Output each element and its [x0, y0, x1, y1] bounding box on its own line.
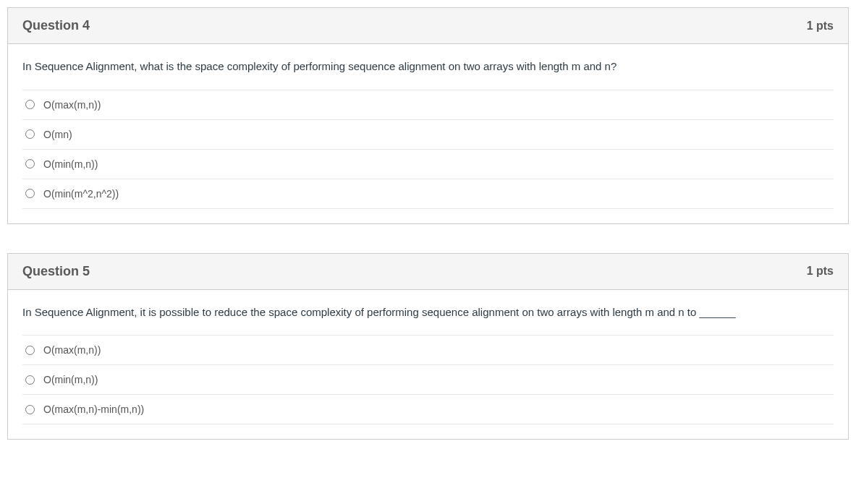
- option-label: O(max(m,n)-min(m,n)): [43, 403, 144, 415]
- options-list: O(max(m,n)) O(min(m,n)) O(max(m,n)-min(m…: [22, 335, 834, 424]
- option-radio[interactable]: [25, 189, 35, 198]
- question-prompt: In Sequence Alignment, what is the space…: [22, 59, 834, 75]
- option-row[interactable]: O(max(m,n)): [22, 90, 834, 119]
- question-points: 1 pts: [807, 20, 834, 33]
- option-label: O(max(m,n)): [43, 99, 101, 111]
- option-row[interactable]: O(max(m,n)): [22, 335, 834, 364]
- question-body: In Sequence Alignment, what is the space…: [8, 44, 848, 223]
- question-prompt: In Sequence Alignment, it is possible to…: [22, 304, 834, 321]
- option-radio[interactable]: [25, 159, 35, 168]
- question-points: 1 pts: [807, 265, 834, 278]
- option-label: O(max(m,n)): [43, 344, 101, 356]
- question-title: Question 5: [22, 264, 90, 279]
- question-title: Question 4: [22, 18, 90, 33]
- options-list: O(max(m,n)) O(mn) O(min(m,n)) O(min(m^2,…: [22, 90, 834, 209]
- option-radio[interactable]: [25, 129, 35, 139]
- option-radio[interactable]: [25, 405, 35, 414]
- option-label: O(min(m,n)): [43, 374, 98, 385]
- option-radio[interactable]: [25, 375, 35, 385]
- question-card-4: Question 4 1 pts In Sequence Alignment, …: [7, 7, 849, 224]
- option-row[interactable]: O(min(m,n)): [22, 149, 834, 179]
- question-header: Question 5 1 pts: [8, 254, 848, 290]
- option-row[interactable]: O(min(m,n)): [22, 364, 834, 394]
- option-row[interactable]: O(mn): [22, 119, 834, 149]
- option-label: O(min(m,n)): [43, 158, 98, 170]
- question-header: Question 4 1 pts: [8, 8, 848, 44]
- option-radio[interactable]: [25, 346, 35, 355]
- option-radio[interactable]: [25, 100, 35, 109]
- option-label: O(min(m^2,n^2)): [43, 188, 119, 200]
- question-body: In Sequence Alignment, it is possible to…: [8, 290, 848, 440]
- option-label: O(mn): [43, 129, 72, 140]
- question-card-5: Question 5 1 pts In Sequence Alignment, …: [7, 253, 849, 440]
- option-row[interactable]: O(min(m^2,n^2)): [22, 179, 834, 209]
- option-row[interactable]: O(max(m,n)-min(m,n)): [22, 394, 834, 424]
